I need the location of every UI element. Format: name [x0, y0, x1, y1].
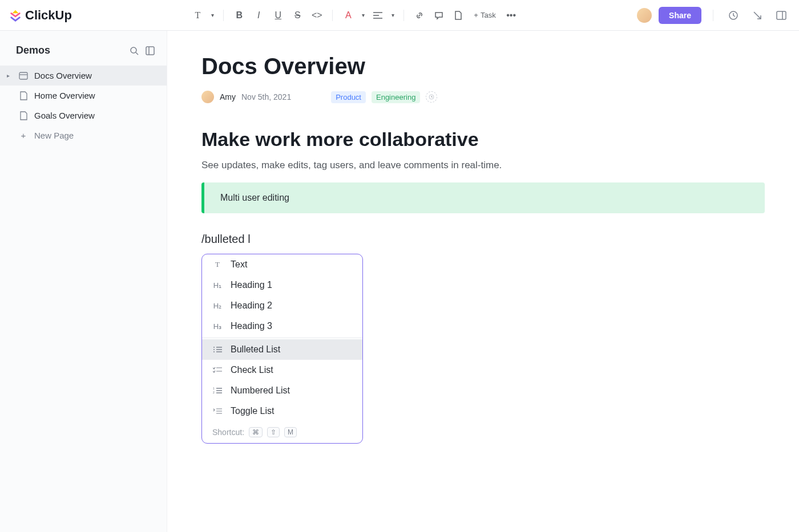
- doc-heading[interactable]: Make work more collaborative: [201, 128, 765, 151]
- h3-icon: H₃: [212, 322, 223, 331]
- author-name: Amy: [220, 92, 236, 101]
- svg-text:2: 2: [213, 391, 215, 394]
- slash-item-heading-3[interactable]: H₃ Heading 3: [202, 316, 362, 336]
- collapse-sidebar-icon[interactable]: [145, 46, 155, 56]
- history-icon[interactable]: [725, 7, 742, 24]
- italic-button[interactable]: I: [250, 7, 267, 24]
- text-color-button[interactable]: A: [340, 7, 357, 24]
- panel-toggle-icon[interactable]: [773, 7, 790, 24]
- kbd-shift: ⇧: [267, 427, 280, 437]
- code-button[interactable]: <>: [308, 7, 325, 24]
- text-style-button[interactable]: T: [189, 7, 206, 24]
- doc-paragraph[interactable]: See updates, make edits, tag users, and …: [201, 160, 765, 171]
- text-icon: T: [212, 260, 223, 269]
- page-icon: [18, 91, 29, 100]
- sidebar-item-goals-overview[interactable]: Goals Overview: [0, 105, 167, 125]
- doc-meta: Amy Nov 5th, 2021 Product Engineering: [201, 91, 765, 103]
- h2-icon: H₂: [212, 302, 223, 310]
- new-page-label: New Page: [34, 131, 74, 140]
- separator: [223, 10, 224, 21]
- disclosure-icon: ▸: [7, 72, 13, 79]
- slash-command-input[interactable]: /bulleted l: [201, 233, 765, 246]
- svg-point-6: [213, 347, 215, 348]
- link-button[interactable]: [411, 7, 428, 24]
- slash-item-heading-1[interactable]: H₁ Heading 1: [202, 275, 362, 295]
- slash-item-toggle-list[interactable]: Toggle List: [202, 401, 362, 421]
- toolbar-center: T ▾ B I U S <> A ▾ ▾ + Task •••: [72, 7, 637, 24]
- menu-divider: [202, 338, 362, 338]
- sidebar-item-label: Goals Overview: [34, 111, 95, 120]
- user-avatar[interactable]: [637, 8, 652, 23]
- slash-item-heading-2[interactable]: H₂ Heading 2: [202, 295, 362, 316]
- svg-point-8: [213, 351, 215, 352]
- svg-point-7: [213, 349, 215, 350]
- kbd-cmd: ⌘: [249, 427, 263, 437]
- numbered-list-icon: 12: [212, 387, 223, 394]
- kbd-m: M: [284, 427, 297, 437]
- add-task-button[interactable]: + Task: [469, 9, 500, 22]
- sidebar-item-home-overview[interactable]: Home Overview: [0, 86, 167, 105]
- document-content: Docs Overview Amy Nov 5th, 2021 Product …: [167, 31, 799, 532]
- workspace-title: Demos: [16, 44, 50, 56]
- chevron-down-icon[interactable]: ▾: [208, 7, 216, 24]
- author-avatar[interactable]: [201, 91, 214, 103]
- underline-button[interactable]: U: [269, 7, 286, 24]
- slash-item-bulleted-list[interactable]: Bulleted List: [202, 339, 362, 360]
- page-title[interactable]: Docs Overview: [201, 54, 765, 79]
- svg-rect-4: [19, 72, 27, 79]
- page-icon: [18, 111, 29, 120]
- comment-button[interactable]: [430, 7, 447, 24]
- strikethrough-button[interactable]: S: [289, 7, 306, 24]
- page-button[interactable]: [450, 7, 467, 24]
- separator: [332, 10, 333, 21]
- more-button[interactable]: •••: [503, 7, 520, 24]
- sidebar: Demos ▸ Docs Overview: [0, 31, 167, 532]
- sidebar-item-docs-overview[interactable]: ▸ Docs Overview: [0, 66, 167, 86]
- svg-rect-1: [777, 11, 786, 19]
- sidebar-item-label: Home Overview: [34, 91, 95, 100]
- clickup-logo-icon: [9, 9, 22, 22]
- slash-item-check-list[interactable]: Check List: [202, 360, 362, 380]
- share-button[interactable]: Share: [659, 7, 701, 24]
- sidebar-list: ▸ Docs Overview Home Overview Goals Over…: [0, 66, 167, 145]
- search-icon[interactable]: [129, 46, 139, 56]
- add-tag-icon[interactable]: [426, 91, 437, 103]
- download-icon[interactable]: [749, 7, 766, 24]
- bold-button[interactable]: B: [231, 7, 248, 24]
- app-name: ClickUp: [25, 8, 72, 23]
- separator: [403, 10, 404, 21]
- h1-icon: H₁: [212, 281, 223, 290]
- slash-command-menu: T Text H₁ Heading 1 H₂ Heading 2 H₃ Head…: [201, 254, 363, 444]
- align-button[interactable]: [369, 7, 386, 24]
- slash-item-text[interactable]: T Text: [202, 254, 362, 275]
- shortcut-hint: Shortcut: ⌘ ⇧ M: [202, 421, 362, 443]
- svg-text:1: 1: [213, 387, 215, 390]
- app-logo[interactable]: ClickUp: [9, 8, 72, 23]
- doc-date: Nov 5th, 2021: [241, 92, 291, 101]
- slash-item-numbered-list[interactable]: 12 Numbered List: [202, 380, 362, 401]
- new-page-button[interactable]: + New Page: [0, 125, 167, 145]
- toggle-list-icon: [212, 408, 223, 415]
- topbar-right: Share: [637, 7, 790, 24]
- bulleted-list-icon: [212, 346, 223, 353]
- chevron-down-icon[interactable]: ▾: [359, 7, 367, 24]
- separator: [713, 10, 713, 21]
- tag-engineering[interactable]: Engineering: [372, 91, 420, 103]
- sidebar-header: Demos: [0, 44, 167, 66]
- callout-block[interactable]: Multi user editing: [201, 182, 765, 213]
- plus-icon: +: [18, 131, 29, 140]
- topbar: ClickUp T ▾ B I U S <> A ▾ ▾ + Task •••: [0, 0, 799, 31]
- svg-rect-3: [146, 47, 154, 55]
- plus-icon: +: [474, 11, 478, 19]
- tag-product[interactable]: Product: [331, 91, 366, 103]
- doc-icon: [18, 72, 29, 80]
- check-list-icon: [212, 367, 223, 373]
- chevron-down-icon[interactable]: ▾: [389, 7, 397, 24]
- sidebar-item-label: Docs Overview: [34, 71, 92, 80]
- svg-point-2: [131, 47, 136, 53]
